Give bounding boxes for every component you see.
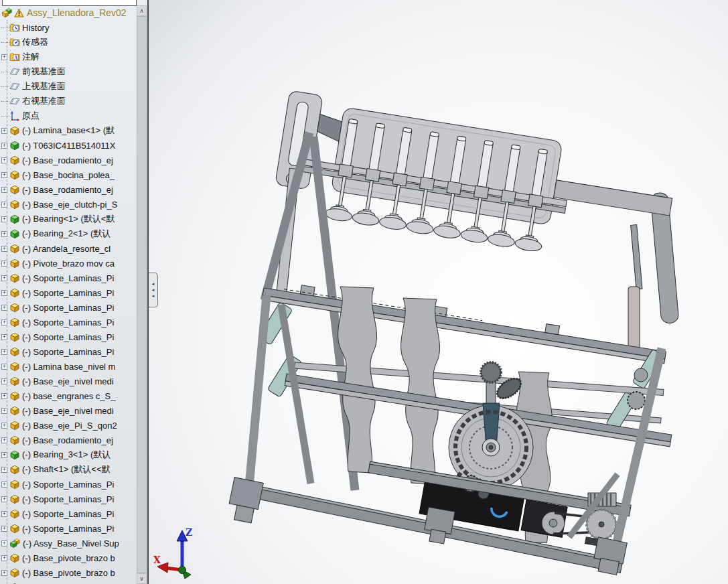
tree-item[interactable]: + (-) Base_eje_Pi_S_qon2 bbox=[0, 418, 137, 433]
expand-toggle[interactable]: + bbox=[1, 437, 7, 443]
tree-item[interactable]: + (-) Lamina base_nivel m bbox=[0, 359, 137, 374]
tree-item[interactable]: + (-) Base_rodamiento_ej bbox=[0, 153, 137, 167]
tree-item-label: (-) Soporte_Laminas_Pi bbox=[22, 273, 114, 283]
triad-x-label: X bbox=[153, 555, 161, 565]
tree-item[interactable]: + (-) Soporte_Laminas_Pi bbox=[0, 521, 137, 536]
tree-item[interactable]: + (-) Base_eje_nivel medi bbox=[0, 403, 137, 418]
tree-item[interactable]: + (-) Base_rodamiento_ej bbox=[0, 433, 137, 447]
tree-item[interactable]: + (-) base_engranes c_S_ bbox=[0, 388, 137, 403]
tree-item[interactable]: + (-) T063IC411B514011X bbox=[0, 138, 137, 153]
expand-toggle[interactable]: + bbox=[1, 526, 7, 532]
expand-toggle[interactable]: + bbox=[1, 275, 7, 281]
tree-item[interactable]: + (-) Base_pivote_brazo b bbox=[0, 565, 137, 580]
tree-item[interactable]: 传感器 bbox=[0, 35, 137, 50]
expand-toggle[interactable]: + bbox=[1, 202, 7, 208]
tree-item-label: (-) Soporte_Laminas_Pi bbox=[22, 288, 114, 298]
expand-toggle[interactable]: + bbox=[1, 570, 7, 576]
tree-item[interactable]: 上视基准面 bbox=[0, 79, 137, 94]
tree-item[interactable]: 右视基准面 bbox=[0, 94, 137, 108]
tree-root-item[interactable]: Assy_Llenadora_Rev02 bbox=[1, 5, 127, 20]
tree-item[interactable]: History bbox=[0, 20, 137, 35]
tree-item[interactable]: + (-) Soporte_Laminas_Pi bbox=[0, 344, 137, 359]
tree-item[interactable]: + (-) Bearing_2<1> (默认 bbox=[0, 226, 137, 241]
tree-item[interactable]: + (-) Soporte_Laminas_Pi bbox=[0, 477, 137, 492]
right-support-cylinder[interactable] bbox=[628, 287, 640, 355]
graphics-viewport[interactable]: X Z bbox=[149, 0, 728, 584]
expand-toggle[interactable]: + bbox=[1, 349, 7, 355]
expand-toggle[interactable]: + bbox=[1, 540, 7, 546]
expand-toggle[interactable]: + bbox=[1, 393, 7, 399]
expand-toggle[interactable]: + bbox=[1, 334, 7, 340]
expand-toggle[interactable]: + bbox=[1, 231, 7, 237]
tree-item[interactable]: + (-) Arandela_resorte_cl bbox=[0, 241, 137, 256]
tree-item-label: (-) Soporte_Laminas_Pi bbox=[22, 494, 114, 504]
expand-toggle[interactable]: + bbox=[1, 319, 7, 325]
expand-toggle[interactable]: + bbox=[1, 482, 7, 488]
scrollbar-thumb[interactable] bbox=[137, 16, 147, 573]
tree-item-label: (-) Lamina_base<1> (默 bbox=[22, 125, 115, 137]
scroll-up-button[interactable]: ∧ bbox=[137, 5, 147, 16]
tree-guide-stub bbox=[1, 86, 9, 87]
expand-toggle[interactable]: + bbox=[1, 128, 7, 134]
tree-item-label: (-) Bearing_3<1> (默认 bbox=[22, 449, 111, 461]
scroll-down-button[interactable]: ∨ bbox=[137, 573, 147, 584]
tree-item[interactable]: 前视基准面 bbox=[0, 64, 137, 79]
tree-item[interactable]: + bbox=[0, 580, 137, 584]
part-yellow-icon bbox=[9, 287, 20, 298]
tree-item[interactable]: + (-) Base_pivote_brazo b bbox=[0, 551, 137, 565]
expand-toggle[interactable]: + bbox=[1, 496, 7, 502]
tree-item[interactable]: + (-) Assy_Base_Nivel Sup bbox=[0, 536, 137, 551]
tree-item-label: 右视基准面 bbox=[22, 95, 66, 107]
tree-item[interactable]: + (-) Base_rodamiento_ej bbox=[0, 182, 137, 197]
machine-foot bbox=[229, 478, 263, 510]
tree-item-label: (-) Soporte_Laminas_Pi bbox=[22, 509, 114, 519]
expand-toggle[interactable]: + bbox=[1, 467, 7, 473]
expand-toggle[interactable]: + bbox=[1, 452, 7, 458]
tree-guide-stub bbox=[1, 42, 9, 43]
expand-toggle[interactable]: + bbox=[1, 290, 7, 296]
tree-item-label: (-) Base_eje_nivel medi bbox=[22, 376, 114, 386]
tree-scrollbar[interactable]: ∧ ∨ bbox=[137, 5, 147, 584]
tree-item[interactable]: + (-) Pivote_brazo mov ca bbox=[0, 256, 137, 271]
tree-item[interactable]: + (-) Base_eje_nivel medi bbox=[0, 374, 137, 388]
tree-item[interactable]: + (-) Base_bocina_polea_ bbox=[0, 167, 137, 182]
tree-item[interactable]: 原点 bbox=[0, 108, 137, 123]
tree-item[interactable]: + (-) Soporte_Laminas_Pi bbox=[0, 300, 137, 315]
expand-toggle[interactable]: + bbox=[1, 408, 7, 414]
expand-toggle[interactable]: + bbox=[1, 187, 7, 193]
tree-item[interactable]: + (-) Soporte_Laminas_Pi bbox=[0, 506, 137, 521]
tree-item-label: (-) Base_bocina_polea_ bbox=[22, 170, 115, 180]
expand-toggle[interactable]: + bbox=[1, 364, 7, 370]
tree-item[interactable]: + (-) Bearing<1> (默认<默 bbox=[0, 212, 137, 226]
expand-toggle[interactable]: + bbox=[1, 305, 7, 311]
expand-toggle[interactable]: + bbox=[1, 423, 7, 429]
tree-item[interactable]: + (-) Base_eje_clutch-pi_S bbox=[0, 197, 137, 212]
tree-item[interactable]: + (-) Soporte_Laminas_Pi bbox=[0, 271, 137, 285]
expand-toggle[interactable]: + bbox=[1, 172, 7, 178]
part-yellow-icon bbox=[9, 420, 20, 431]
tree-item[interactable]: + (-) Soporte_Laminas_Pi bbox=[0, 315, 137, 330]
expand-toggle[interactable]: + bbox=[1, 216, 7, 222]
panel-splitter-handle[interactable]: ◄ ◄ ◄ bbox=[149, 273, 158, 307]
tree-item[interactable]: +A注解 bbox=[0, 50, 137, 64]
expand-toggle[interactable]: + bbox=[1, 157, 7, 163]
tree-item[interactable]: + (-) Bearing_3<1> (默认 bbox=[0, 447, 137, 462]
expand-toggle[interactable]: + bbox=[1, 511, 7, 517]
part-yellow-icon bbox=[9, 317, 20, 327]
expand-toggle[interactable]: + bbox=[1, 378, 7, 384]
tree-item[interactable]: + (-) Soporte_Laminas_Pi bbox=[0, 285, 137, 300]
expand-toggle[interactable]: + bbox=[1, 246, 7, 252]
tree-item[interactable]: + (-) Lamina_base<1> (默 bbox=[0, 123, 137, 138]
tree-item-label: (-) Base_eje_clutch-pi_S bbox=[22, 200, 117, 210]
tree-item[interactable]: + (-) Soporte_Laminas_Pi bbox=[0, 330, 137, 344]
expand-toggle[interactable]: + bbox=[1, 261, 7, 267]
part-yellow-icon bbox=[9, 508, 20, 519]
expand-toggle[interactable]: + bbox=[1, 555, 7, 561]
expand-toggle[interactable]: + bbox=[1, 143, 7, 149]
expand-toggle[interactable]: + bbox=[1, 54, 7, 60]
part-yellow-icon bbox=[9, 523, 20, 534]
tree-item[interactable]: + (-) Shaft<1> (默认<<默 bbox=[0, 462, 137, 477]
tree-item-label: (-) Bearing_2<1> (默认 bbox=[22, 228, 111, 240]
assembly-icon bbox=[1, 7, 13, 19]
tree-item[interactable]: + (-) Soporte_Laminas_Pi bbox=[0, 492, 137, 506]
